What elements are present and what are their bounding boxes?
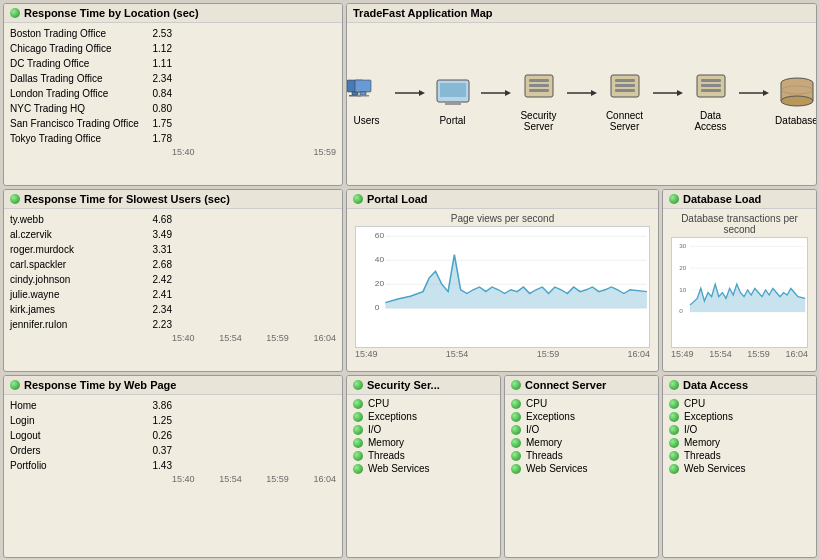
service-status-dot	[353, 412, 363, 422]
dataaccess-title-bar: Data Access	[663, 376, 816, 395]
row-value: 1.11	[144, 58, 172, 69]
connect-title-bar: Connect Server	[505, 376, 658, 395]
service-item: Memory	[353, 437, 494, 448]
service-status-dot	[353, 399, 363, 409]
db-title: Database Load	[683, 193, 761, 205]
row-value: 3.31	[144, 244, 172, 255]
portal-content: Page views per second 60 40 20 0	[347, 209, 658, 364]
service-item: I/O	[353, 424, 494, 435]
row-label: Login	[10, 415, 140, 426]
table-row: London Trading Office0.84	[10, 87, 336, 100]
table-row: Home3.86	[10, 399, 336, 412]
row-value: 3.86	[144, 400, 172, 411]
service-status-dot	[669, 399, 679, 409]
db-content: Database transactions per second 30 20 1…	[663, 209, 816, 364]
connect-icon	[601, 70, 649, 106]
row-label: carl.spackler	[10, 259, 140, 270]
svg-text:60: 60	[375, 232, 385, 240]
node-database: Database	[773, 75, 818, 126]
service-item: I/O	[669, 424, 810, 435]
service-item: Exceptions	[511, 411, 652, 422]
service-item-label: Web Services	[526, 463, 588, 474]
appmap-title-bar: TradeFast Application Map	[347, 4, 816, 23]
appmap-title: TradeFast Application Map	[353, 7, 493, 19]
service-item: Memory	[669, 437, 810, 448]
table-row: Orders0.37	[10, 444, 336, 457]
dataaccess-label: Data Access	[687, 110, 735, 132]
rt-users-title: Response Time for Slowest Users (sec)	[4, 190, 342, 209]
table-row: cindy.johnson2.42	[10, 273, 336, 286]
svg-rect-28	[701, 89, 721, 92]
row-label: Home	[10, 400, 140, 411]
svg-text:30: 30	[679, 242, 687, 249]
dataaccess-icon	[687, 70, 735, 106]
node-dataaccess: Data Access	[687, 70, 735, 132]
security-title-bar: Security Ser...	[347, 376, 500, 395]
connect-label: Connect Server	[601, 110, 649, 132]
table-row: Boston Trading Office2.53	[10, 27, 336, 40]
node-connect: Connect Server	[601, 70, 649, 132]
svg-rect-20	[615, 79, 635, 82]
service-item: CPU	[353, 398, 494, 409]
row-label: DC Trading Office	[10, 58, 140, 69]
service-item: Threads	[669, 450, 810, 461]
row-value: 1.43	[144, 460, 172, 471]
node-portal: Portal	[429, 75, 477, 126]
svg-marker-24	[677, 90, 683, 96]
rt-webpage-label: Response Time by Web Page	[24, 379, 176, 391]
bar-chart	[176, 42, 336, 55]
svg-marker-30	[763, 90, 769, 96]
rt-location-status-dot	[10, 8, 20, 18]
rt-users-label: Response Time for Slowest Users (sec)	[24, 193, 230, 205]
bar-chart	[176, 213, 336, 226]
row-label: al.czervik	[10, 229, 140, 240]
svg-rect-26	[701, 79, 721, 82]
security-content: CPUExceptionsI/OMemoryThreadsWeb Service…	[347, 395, 500, 554]
portal-axis: 15:4915:5415:5916:04	[355, 348, 650, 360]
service-item-label: Exceptions	[526, 411, 575, 422]
service-item-label: CPU	[684, 398, 705, 409]
service-item-label: Exceptions	[684, 411, 733, 422]
table-row: DC Trading Office1.11	[10, 57, 336, 70]
row-label: Tokyo Trading Office	[10, 133, 140, 144]
row-value: 1.12	[144, 43, 172, 54]
service-status-dot	[353, 438, 363, 448]
arrow-3	[567, 85, 597, 101]
svg-rect-1	[352, 92, 358, 95]
svg-marker-18	[591, 90, 597, 96]
row-value: 2.42	[144, 274, 172, 285]
bar-chart	[176, 288, 336, 301]
row-label: Logout	[10, 430, 140, 441]
portal-label: Portal	[439, 115, 465, 126]
svg-rect-10	[445, 102, 461, 105]
row-value: 4.68	[144, 214, 172, 225]
table-row: Tokyo Trading Office1.78	[10, 132, 336, 145]
row-label: Orders	[10, 445, 140, 456]
row-value: 3.49	[144, 229, 172, 240]
bar-chart	[176, 318, 336, 331]
row-value: 2.68	[144, 259, 172, 270]
rt-location-title: Response Time by Location (sec)	[4, 4, 342, 23]
portal-load-panel: Portal Load Page views per second 60 40 …	[346, 189, 659, 372]
table-row: jennifer.rulon2.23	[10, 318, 336, 331]
portal-title: Portal Load	[367, 193, 428, 205]
row-value: 2.34	[144, 304, 172, 315]
row-value: 1.78	[144, 133, 172, 144]
chart-axis: 15:4015:59	[10, 147, 336, 157]
connect-panel: Connect Server CPUExceptionsI/OMemoryThr…	[504, 375, 659, 558]
service-item-label: Memory	[526, 437, 562, 448]
database-icon	[773, 75, 818, 111]
service-status-dot	[511, 438, 521, 448]
db-title-bar: Database Load	[663, 190, 816, 209]
svg-marker-46	[385, 255, 647, 309]
db-axis: 15:4915:5415:5916:04	[671, 348, 808, 360]
service-item-label: Threads	[526, 450, 563, 461]
svg-rect-14	[529, 79, 549, 82]
svg-rect-27	[701, 84, 721, 87]
appmap-content: Users Portal	[347, 23, 816, 178]
service-status-dot	[353, 425, 363, 435]
service-status-dot	[353, 451, 363, 461]
bar-chart	[176, 459, 336, 472]
bar-chart	[176, 273, 336, 286]
svg-rect-4	[360, 92, 366, 95]
